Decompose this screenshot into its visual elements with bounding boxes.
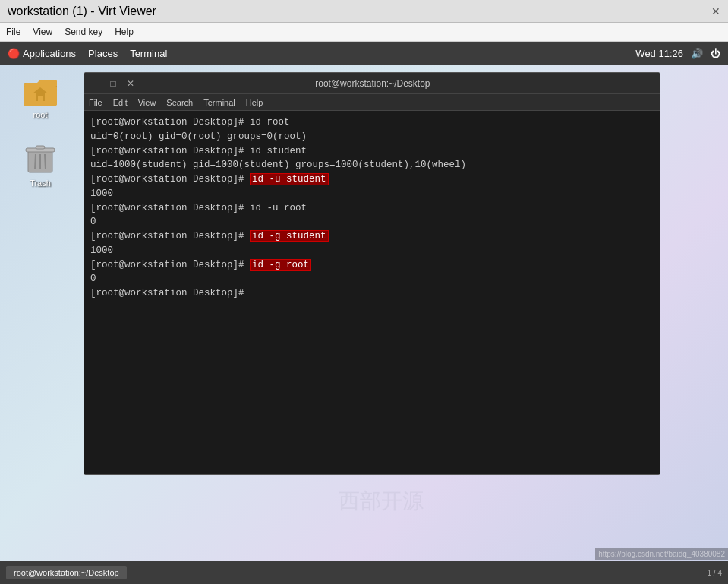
- terminal-line: [root@workstation Desktop]# id root: [90, 115, 654, 130]
- terminal-titlebar: ─ □ ✕ root@workstation:~/Desktop: [84, 73, 660, 94]
- highlighted-command: id -g root: [250, 259, 311, 271]
- terminal-body[interactable]: [root@workstation Desktop]# id rootuid=0…: [84, 111, 660, 474]
- outer-title-text: workstation (1) - Virt Viewer: [8, 5, 156, 18]
- terminal-line: [root@workstation Desktop]#: [90, 286, 654, 301]
- folder-icon: [22, 72, 58, 109]
- terminal-line: 0: [90, 215, 654, 229]
- term-menu-help[interactable]: Help: [246, 98, 263, 107]
- terminal-line: 1000: [90, 244, 654, 258]
- panel-left: 🔴Applications Places Terminal: [8, 48, 167, 59]
- terminal-titlebar-buttons: ─ □ ✕: [90, 78, 137, 89]
- power-icon[interactable]: ⏻: [711, 48, 720, 59]
- terminal-line: [root@workstation Desktop]# id -g studen…: [90, 229, 654, 244]
- terminal-window: ─ □ ✕ root@workstation:~/Desktop File Ed…: [84, 72, 660, 475]
- panel-places[interactable]: Places: [88, 48, 118, 59]
- panel-right: Wed 11:26 🔊 ⏻: [635, 48, 720, 59]
- taskbar: root@workstation:~/Desktop 1 / 4: [0, 561, 728, 584]
- menu-help[interactable]: Help: [115, 27, 134, 37]
- svg-line-8: [35, 154, 36, 169]
- outer-titlebar: workstation (1) - Virt Viewer ✕: [0, 0, 728, 23]
- terminal-menubar: File Edit View Search Terminal Help: [84, 94, 660, 111]
- trash-icon: [22, 140, 58, 177]
- panel-terminal[interactable]: Terminal: [130, 48, 167, 59]
- desktop: root Trash ─ □ ✕: [0, 65, 728, 561]
- terminal-line: uid=1000(student) gid=1000(student) grou…: [90, 158, 654, 172]
- watermark: 西部开源: [339, 487, 424, 516]
- outer-close-btn[interactable]: ✕: [711, 5, 720, 17]
- page-indicator: 1 / 4: [708, 569, 722, 577]
- terminal-line: [root@workstation Desktop]# id student: [90, 144, 654, 159]
- menu-view[interactable]: View: [33, 27, 52, 37]
- terminal-min-btn[interactable]: ─: [90, 78, 103, 89]
- terminal-line: [root@workstation Desktop]# id -u studen…: [90, 172, 654, 187]
- top-panel: 🔴Applications Places Terminal Wed 11:26 …: [0, 42, 728, 65]
- terminal-line: 1000: [90, 187, 654, 201]
- trash-icon-label: Trash: [30, 178, 51, 188]
- term-menu-view[interactable]: View: [138, 98, 156, 107]
- terminal-line: 0: [90, 272, 654, 286]
- highlighted-command: id -u student: [250, 173, 329, 185]
- terminal-line: uid=0(root) gid=0(root) groups=0(root): [90, 130, 654, 144]
- panel-clock: Wed 11:26: [635, 48, 683, 59]
- desktop-icon-trash[interactable]: Trash: [14, 140, 67, 188]
- terminal-max-btn[interactable]: □: [108, 78, 119, 89]
- term-menu-search[interactable]: Search: [166, 98, 193, 107]
- terminal-close-btn[interactable]: ✕: [124, 78, 137, 89]
- term-menu-edit[interactable]: Edit: [113, 98, 128, 107]
- taskbar-right: 1 / 4: [708, 569, 722, 577]
- desktop-icon-root[interactable]: root: [14, 72, 67, 119]
- terminal-line: [root@workstation Desktop]# id -u root: [90, 201, 654, 216]
- terminal-line: [root@workstation Desktop]# id -g root: [90, 258, 654, 273]
- root-icon-label: root: [33, 110, 48, 119]
- taskbar-left: root@workstation:~/Desktop: [6, 566, 127, 579]
- svg-line-10: [45, 154, 46, 169]
- panel-applications[interactable]: 🔴Applications: [8, 48, 76, 59]
- highlighted-command: id -g student: [250, 230, 329, 242]
- term-menu-file[interactable]: File: [89, 98, 102, 107]
- term-menu-terminal[interactable]: Terminal: [203, 98, 235, 107]
- menu-file[interactable]: File: [6, 27, 20, 37]
- volume-icon[interactable]: 🔊: [691, 48, 703, 59]
- url-hint: https://blog.csdn.net/baidq_40380082: [595, 548, 728, 560]
- outer-menubar: File View Send key Help: [0, 23, 728, 42]
- taskbar-active-window[interactable]: root@workstation:~/Desktop: [6, 566, 127, 579]
- terminal-title: root@workstation:~/Desktop: [137, 78, 608, 89]
- menu-sendkey[interactable]: Send key: [65, 27, 102, 37]
- svg-rect-4: [38, 96, 43, 101]
- svg-rect-7: [36, 146, 45, 149]
